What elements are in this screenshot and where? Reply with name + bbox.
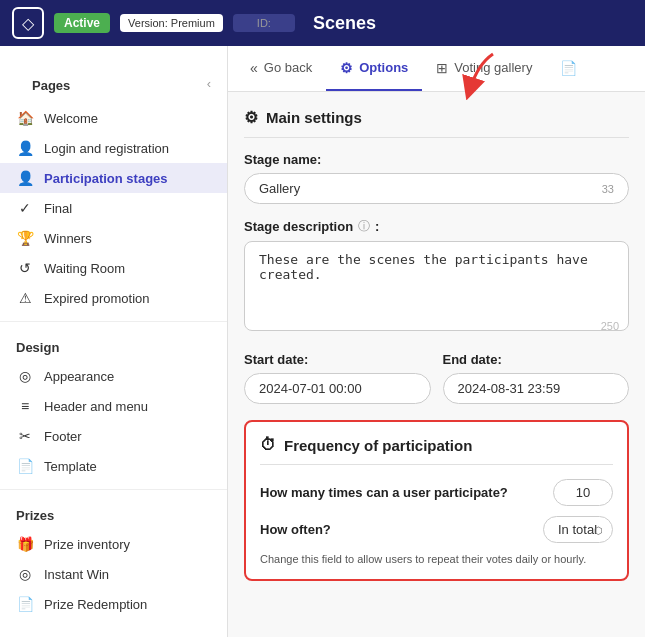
tab-doc[interactable]: 📄 <box>546 46 591 91</box>
frequency-hint: Change this field to allow users to repe… <box>260 553 613 565</box>
sidebar-item-label: Prize Redemption <box>44 597 147 612</box>
tab-go-back[interactable]: « Go back <box>236 46 326 91</box>
home-icon: 🏠 <box>16 110 34 126</box>
warning-icon: ⚠ <box>16 290 34 306</box>
start-date-value: 2024-07-01 00:00 <box>259 381 362 396</box>
tab-label: Voting gallery <box>454 60 532 75</box>
frequency-question2: How often? <box>260 522 331 537</box>
sidebar-item-expired[interactable]: ⚠ Expired promotion <box>0 283 227 313</box>
gear-icon: ⚙ <box>340 60 353 76</box>
design-section-title: Design <box>0 330 227 361</box>
sidebar-item-label: Login and registration <box>44 141 169 156</box>
tab-label: Go back <box>264 60 312 75</box>
tabbar: « Go back ⚙ Options ⊞ Voting gallery 📄 <box>228 46 645 92</box>
appearance-icon: ◎ <box>16 368 34 384</box>
user-icon: 👤 <box>16 170 34 186</box>
page-title: Scenes <box>313 13 376 34</box>
sidebar-item-label: Footer <box>44 429 82 444</box>
app-logo[interactable]: ◇ <box>12 7 44 39</box>
sidebar-item-instant-win[interactable]: ◎ Instant Win <box>0 559 227 589</box>
sidebar-item-label: Instant Win <box>44 567 109 582</box>
doc-icon: 📄 <box>16 596 34 612</box>
settings-icon: ⚙ <box>244 108 258 127</box>
sidebar-item-appearance[interactable]: ◎ Appearance <box>0 361 227 391</box>
doc-icon: 📄 <box>560 60 577 76</box>
stage-desc-wrapper: 250 <box>244 241 629 338</box>
sidebar-item-waiting[interactable]: ↺ Waiting Room <box>0 253 227 283</box>
prizes-section-title: Prizes <box>0 498 227 529</box>
grid-icon: ⊞ <box>436 60 448 76</box>
sidebar-item-welcome[interactable]: 🏠 Welcome <box>0 103 227 133</box>
sidebar-item-header[interactable]: ≡ Header and menu <box>0 391 227 421</box>
check-icon: ✓ <box>16 200 34 216</box>
sidebar-item-participation[interactable]: 👤 Participation stages <box>0 163 227 193</box>
frequency-title: Frequency of participation <box>284 437 472 454</box>
frequency-row-2: How often? In total Daily Hourly <box>260 516 613 543</box>
sidebar-item-prize-redemption[interactable]: 📄 Prize Redemption <box>0 589 227 619</box>
sidebar-item-label: Participation stages <box>44 171 168 186</box>
stage-desc-textarea[interactable] <box>244 241 629 331</box>
content-area: ⚙ Main settings Stage name: Gallery 33 S… <box>228 92 645 637</box>
sidebar-item-footer[interactable]: ✂ Footer <box>0 421 227 451</box>
frequency-select[interactable]: In total Daily Hourly <box>543 516 613 543</box>
topbar: ◇ Active Version: Premium ID: Scenes <box>0 0 645 46</box>
sidebar-item-label: Template <box>44 459 97 474</box>
template-icon: 📄 <box>16 458 34 474</box>
start-date-input[interactable]: 2024-07-01 00:00 <box>244 373 431 404</box>
tab-label: Options <box>359 60 408 75</box>
frequency-question1: How many times can a user participate? <box>260 485 508 500</box>
refresh-icon: ↺ <box>16 260 34 276</box>
frequency-row-1: How many times can a user participate? <box>260 479 613 506</box>
sidebar-item-final[interactable]: ✓ Final <box>0 193 227 223</box>
version-label: Version: Premium <box>120 14 223 32</box>
end-date-input[interactable]: 2024-08-31 23:59 <box>443 373 630 404</box>
sidebar-header: Pages ‹ <box>0 58 227 103</box>
sidebar-item-label: Header and menu <box>44 399 148 414</box>
active-badge: Active <box>54 13 110 33</box>
stage-name-count: 33 <box>602 183 614 195</box>
sidebar-item-label: Prize inventory <box>44 537 130 552</box>
sidebar-item-label: Waiting Room <box>44 261 125 276</box>
user-icon: 👤 <box>16 140 34 156</box>
frequency-answer1-input[interactable] <box>553 479 613 506</box>
sidebar-item-label: Final <box>44 201 72 216</box>
sidebar-item-login[interactable]: 👤 Login and registration <box>0 133 227 163</box>
sidebar-item-template[interactable]: 📄 Template <box>0 451 227 481</box>
footer-icon: ✂ <box>16 428 34 444</box>
stage-name-input[interactable]: Gallery 33 <box>244 173 629 204</box>
back-icon: « <box>250 60 258 76</box>
sidebar-collapse-icon[interactable]: ‹ <box>207 76 211 91</box>
sidebar: Pages ‹ 🏠 Welcome 👤 Login and registrati… <box>0 46 228 637</box>
trophy-icon: 🏆 <box>16 230 34 246</box>
tab-options[interactable]: ⚙ Options <box>326 46 422 91</box>
stage-name-label: Stage name: <box>244 152 629 167</box>
sidebar-item-label: Winners <box>44 231 92 246</box>
tab-voting-gallery[interactable]: ⊞ Voting gallery <box>422 46 546 91</box>
end-date-value: 2024-08-31 23:59 <box>458 381 561 396</box>
end-date-field: End date: 2024-08-31 23:59 <box>443 352 630 404</box>
stage-name-value: Gallery <box>259 181 300 196</box>
sidebar-item-winners[interactable]: 🏆 Winners <box>0 223 227 253</box>
frequency-select-wrapper: In total Daily Hourly <box>543 516 613 543</box>
frequency-header: ⏱ Frequency of participation <box>260 436 613 465</box>
section-title: Main settings <box>266 109 362 126</box>
menu-icon: ≡ <box>16 398 34 414</box>
sidebar-item-prize-inventory[interactable]: 🎁 Prize inventory <box>0 529 227 559</box>
circle-icon: ◎ <box>16 566 34 582</box>
start-date-label: Start date: <box>244 352 431 367</box>
main-settings-header: ⚙ Main settings <box>244 108 629 138</box>
textarea-count: 250 <box>601 320 619 332</box>
sidebar-item-label: Appearance <box>44 369 114 384</box>
main-content: « Go back ⚙ Options ⊞ Voting gallery 📄 <box>228 46 645 637</box>
start-date-field: Start date: 2024-07-01 00:00 <box>244 352 431 404</box>
gift-icon: 🎁 <box>16 536 34 552</box>
sidebar-item-label: Expired promotion <box>44 291 150 306</box>
pages-section-title: Pages <box>16 68 86 99</box>
frequency-section: ⏱ Frequency of participation How many ti… <box>244 420 629 581</box>
stage-desc-label: Stage description ⓘ : <box>244 218 629 235</box>
id-label: ID: <box>233 14 295 32</box>
clock-icon: ⏱ <box>260 436 276 454</box>
date-row: Start date: 2024-07-01 00:00 End date: 2… <box>244 352 629 404</box>
logo-icon: ◇ <box>22 14 34 33</box>
main-layout: Pages ‹ 🏠 Welcome 👤 Login and registrati… <box>0 46 645 637</box>
